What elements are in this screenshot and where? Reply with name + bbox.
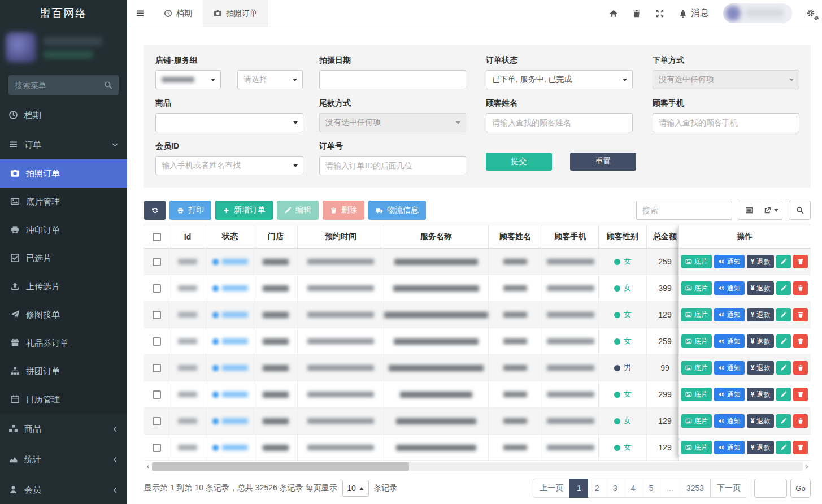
refund-button[interactable]: ¥退款 xyxy=(747,388,775,401)
order-no-input[interactable] xyxy=(319,156,466,175)
page-button-1[interactable]: 1 xyxy=(569,479,588,498)
export-button[interactable] xyxy=(760,201,782,220)
messages-button[interactable]: 消息 xyxy=(679,7,709,19)
column-header-customer-name[interactable]: 顾客姓名 xyxy=(489,225,542,248)
sidebar-search[interactable] xyxy=(8,75,119,95)
print-button[interactable]: 打印 xyxy=(169,201,211,220)
submit-button[interactable]: 提交 xyxy=(486,153,552,171)
sidebar-item-calendar-manage[interactable]: 日历管理 xyxy=(0,385,127,414)
user-menu[interactable] xyxy=(723,3,792,23)
notify-button[interactable]: 通知 xyxy=(714,441,745,454)
row-checkbox[interactable] xyxy=(153,337,161,346)
scrollbar-thumb[interactable] xyxy=(152,462,409,471)
shop-select[interactable] xyxy=(155,70,221,89)
edit-row-button[interactable] xyxy=(776,388,791,401)
fullscreen-icon[interactable] xyxy=(655,9,664,18)
delete-button[interactable]: 删除 xyxy=(323,201,364,220)
refund-button[interactable]: ¥退款 xyxy=(747,414,775,428)
goods-select[interactable] xyxy=(155,113,303,132)
refund-button[interactable]: ¥退款 xyxy=(747,308,775,321)
refresh-button[interactable] xyxy=(144,201,166,220)
delete-row-button[interactable] xyxy=(793,361,808,375)
refund-button[interactable]: ¥退款 xyxy=(747,361,775,375)
delete-row-button[interactable] xyxy=(793,334,808,348)
sidebar-item-group-order[interactable]: 拼团订单 xyxy=(0,357,127,385)
film-button[interactable]: 底片 xyxy=(681,361,712,375)
film-button[interactable]: 底片 xyxy=(681,308,712,321)
edit-row-button[interactable] xyxy=(776,334,791,348)
search-submit-button[interactable] xyxy=(789,201,811,220)
next-page-button[interactable]: 下一页 xyxy=(710,479,747,498)
delete-row-button[interactable] xyxy=(793,388,808,401)
prev-page-button[interactable]: 上一页 xyxy=(533,479,570,498)
delete-row-button[interactable] xyxy=(793,255,808,268)
sidebar-item-goods[interactable]: 商品 xyxy=(0,414,127,444)
reset-button[interactable]: 重置 xyxy=(570,153,636,171)
shoot-date-input[interactable] xyxy=(319,70,466,89)
page-button-last[interactable]: 3253 xyxy=(680,479,711,498)
sidebar-item-schedule[interactable]: 档期 xyxy=(0,101,127,130)
page-button-2[interactable]: 2 xyxy=(588,479,606,498)
sidebar-item-upload-photos[interactable]: 上传选片 xyxy=(0,272,127,301)
sidebar-item-orders[interactable]: 订单 xyxy=(0,130,127,159)
row-checkbox[interactable] xyxy=(153,311,161,319)
menu-toggle-icon[interactable] xyxy=(127,0,153,27)
tab-photo-order[interactable]: 拍照订单 xyxy=(203,0,268,27)
film-button[interactable]: 底片 xyxy=(681,388,712,401)
notify-button[interactable]: 通知 xyxy=(714,361,745,375)
film-button[interactable]: 底片 xyxy=(681,441,712,454)
edit-row-button[interactable] xyxy=(776,414,791,428)
refund-button[interactable]: ¥退款 xyxy=(747,255,775,268)
delete-row-button[interactable] xyxy=(793,308,808,321)
select-all-checkbox[interactable] xyxy=(144,225,169,248)
page-size-select[interactable]: 10 xyxy=(342,480,369,497)
film-button[interactable]: 底片 xyxy=(681,281,712,295)
delete-row-button[interactable] xyxy=(793,441,808,454)
order-method-select[interactable]: 没有选中任何项 xyxy=(653,70,799,89)
refund-button[interactable]: ¥退款 xyxy=(747,281,775,295)
page-button-5[interactable]: 5 xyxy=(642,479,660,498)
row-checkbox[interactable] xyxy=(153,417,161,425)
film-button[interactable]: 底片 xyxy=(681,334,712,348)
toggle-view-button[interactable] xyxy=(738,201,760,220)
column-header-store[interactable]: 门店 xyxy=(254,225,298,248)
row-checkbox[interactable] xyxy=(153,258,161,266)
customer-phone-input[interactable] xyxy=(653,113,799,132)
member-id-select[interactable]: 输入手机或者姓名查找 xyxy=(155,156,303,175)
order-status-select[interactable]: 已下单, 服务中, 已完成 xyxy=(486,70,633,89)
logistics-button[interactable]: 物流信息 xyxy=(368,201,426,220)
goto-page-input[interactable] xyxy=(754,479,787,498)
notify-button[interactable]: 通知 xyxy=(714,388,745,401)
shoot-date-input-field[interactable] xyxy=(325,75,460,84)
sidebar-item-members[interactable]: 会员 xyxy=(0,475,127,504)
home-icon[interactable] xyxy=(609,9,618,18)
film-button[interactable]: 底片 xyxy=(681,255,712,268)
edit-row-button[interactable] xyxy=(776,255,791,268)
delete-row-button[interactable] xyxy=(793,281,808,295)
customer-name-input[interactable] xyxy=(486,113,633,132)
column-header-customer-phone[interactable]: 顾客手机 xyxy=(542,225,599,248)
refund-button[interactable]: ¥退款 xyxy=(747,334,775,348)
notify-button[interactable]: 通知 xyxy=(714,281,745,295)
search-icon[interactable] xyxy=(104,81,112,90)
scrollbar-track[interactable] xyxy=(152,462,803,471)
column-header-id[interactable]: Id xyxy=(169,225,206,248)
row-checkbox[interactable] xyxy=(153,444,161,452)
customer-name-field[interactable] xyxy=(492,118,627,127)
settings-gear-icon[interactable] xyxy=(806,8,815,19)
add-order-button[interactable]: 新增订单 xyxy=(215,201,273,220)
scroll-right-icon[interactable]: › xyxy=(803,462,811,470)
edit-row-button[interactable] xyxy=(776,361,791,375)
order-no-field[interactable] xyxy=(325,161,460,170)
service-group-select[interactable]: 请选择 xyxy=(237,70,303,89)
sidebar-item-gift-coupon-order[interactable]: 礼品券订单 xyxy=(0,329,127,357)
film-button[interactable]: 底片 xyxy=(681,414,712,428)
edit-button[interactable]: 编辑 xyxy=(277,201,319,220)
sidebar-item-retouch-order[interactable]: 修图接单 xyxy=(0,301,127,329)
trash-icon[interactable] xyxy=(632,9,641,18)
page-button-4[interactable]: 4 xyxy=(624,479,642,498)
delete-row-button[interactable] xyxy=(793,414,808,428)
sidebar-item-film-manage[interactable]: 底片管理 xyxy=(0,188,127,216)
row-checkbox[interactable] xyxy=(153,390,161,399)
page-button-3[interactable]: 3 xyxy=(606,479,624,498)
